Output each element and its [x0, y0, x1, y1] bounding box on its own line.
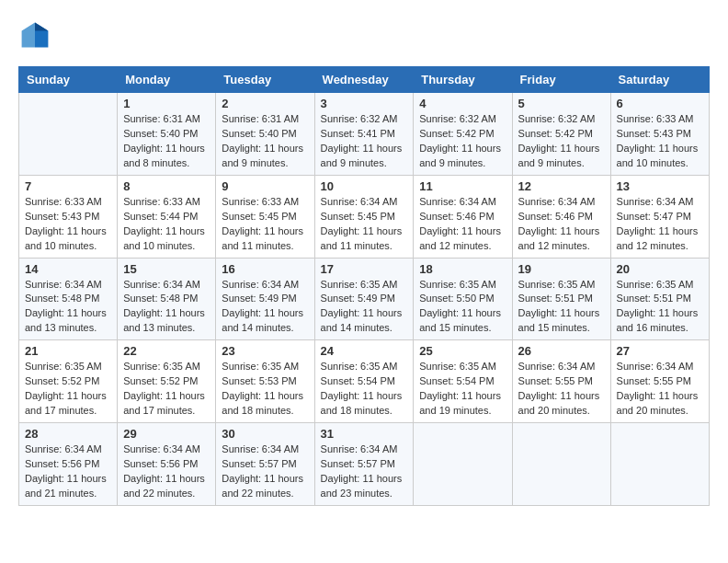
day-info: Sunrise: 6:33 AM Sunset: 5:43 PM Dayligh… — [617, 112, 703, 171]
day-info: Sunrise: 6:31 AM Sunset: 5:40 PM Dayligh… — [222, 112, 308, 171]
day-number: 7 — [25, 179, 111, 193]
day-number: 1 — [123, 97, 210, 110]
day-info: Sunrise: 6:35 AM Sunset: 5:54 PM Dayligh… — [419, 360, 506, 419]
calendar-cell: 18Sunrise: 6:35 AM Sunset: 5:50 PM Dayli… — [414, 258, 512, 340]
day-info: Sunrise: 6:34 AM Sunset: 5:55 PM Dayligh… — [518, 360, 605, 419]
calendar-cell: 6Sunrise: 6:33 AM Sunset: 5:43 PM Daylig… — [610, 93, 709, 176]
day-info: Sunrise: 6:34 AM Sunset: 5:49 PM Dayligh… — [222, 278, 308, 337]
column-header-tuesday: Tuesday — [216, 67, 314, 93]
calendar-cell: 19Sunrise: 6:35 AM Sunset: 5:51 PM Dayli… — [512, 258, 610, 340]
logo-icon — [18, 18, 51, 52]
calendar-cell: 13Sunrise: 6:34 AM Sunset: 5:47 PM Dayli… — [610, 175, 709, 258]
calendar-cell: 16Sunrise: 6:34 AM Sunset: 5:49 PM Dayli… — [216, 258, 314, 340]
day-number: 9 — [222, 179, 308, 193]
day-number: 13 — [617, 179, 703, 193]
day-number: 24 — [321, 344, 408, 358]
calendar-cell: 14Sunrise: 6:34 AM Sunset: 5:48 PM Dayli… — [19, 258, 118, 340]
day-number: 28 — [25, 427, 111, 441]
calendar-cell: 5Sunrise: 6:32 AM Sunset: 5:42 PM Daylig… — [512, 93, 610, 176]
day-info: Sunrise: 6:34 AM Sunset: 5:56 PM Dayligh… — [25, 442, 111, 501]
calendar-cell — [19, 93, 118, 176]
day-number: 2 — [222, 97, 308, 110]
column-header-monday: Monday — [118, 67, 216, 93]
calendar-cell: 21Sunrise: 6:35 AM Sunset: 5:52 PM Dayli… — [19, 340, 118, 423]
day-info: Sunrise: 6:32 AM Sunset: 5:42 PM Dayligh… — [518, 112, 605, 171]
day-number: 16 — [222, 262, 308, 276]
day-info: Sunrise: 6:34 AM Sunset: 5:46 PM Dayligh… — [419, 195, 506, 254]
day-number: 11 — [419, 179, 506, 193]
day-info: Sunrise: 6:34 AM Sunset: 5:55 PM Dayligh… — [617, 360, 703, 419]
day-number: 18 — [419, 262, 506, 276]
calendar-cell — [610, 423, 709, 506]
calendar-cell: 31Sunrise: 6:34 AM Sunset: 5:57 PM Dayli… — [314, 423, 414, 506]
svg-marker-2 — [35, 23, 48, 31]
day-number: 4 — [419, 97, 506, 110]
calendar-cell: 9Sunrise: 6:33 AM Sunset: 5:45 PM Daylig… — [216, 175, 314, 258]
day-info: Sunrise: 6:32 AM Sunset: 5:42 PM Dayligh… — [419, 112, 506, 171]
day-info: Sunrise: 6:33 AM Sunset: 5:45 PM Dayligh… — [222, 195, 308, 254]
day-info: Sunrise: 6:35 AM Sunset: 5:51 PM Dayligh… — [617, 278, 703, 337]
page-header — [18, 18, 710, 52]
day-info: Sunrise: 6:35 AM Sunset: 5:49 PM Dayligh… — [321, 278, 408, 337]
calendar-week-3: 14Sunrise: 6:34 AM Sunset: 5:48 PM Dayli… — [19, 258, 710, 340]
day-number: 8 — [123, 179, 210, 193]
calendar-cell: 28Sunrise: 6:34 AM Sunset: 5:56 PM Dayli… — [19, 423, 118, 506]
calendar-table: SundayMondayTuesdayWednesdayThursdayFrid… — [18, 66, 710, 506]
calendar-week-4: 21Sunrise: 6:35 AM Sunset: 5:52 PM Dayli… — [19, 340, 710, 423]
day-number: 26 — [518, 344, 605, 358]
day-number: 12 — [518, 179, 605, 193]
day-info: Sunrise: 6:33 AM Sunset: 5:43 PM Dayligh… — [25, 195, 111, 254]
day-number: 3 — [321, 97, 408, 110]
day-info: Sunrise: 6:35 AM Sunset: 5:53 PM Dayligh… — [222, 360, 308, 419]
calendar-cell: 3Sunrise: 6:32 AM Sunset: 5:41 PM Daylig… — [314, 93, 414, 176]
calendar-cell: 4Sunrise: 6:32 AM Sunset: 5:42 PM Daylig… — [414, 93, 512, 176]
day-info: Sunrise: 6:34 AM Sunset: 5:57 PM Dayligh… — [321, 442, 408, 501]
day-info: Sunrise: 6:31 AM Sunset: 5:40 PM Dayligh… — [123, 112, 210, 171]
calendar-week-1: 1Sunrise: 6:31 AM Sunset: 5:40 PM Daylig… — [19, 93, 710, 176]
svg-marker-1 — [22, 23, 35, 48]
calendar-week-2: 7Sunrise: 6:33 AM Sunset: 5:43 PM Daylig… — [19, 175, 710, 258]
day-info: Sunrise: 6:34 AM Sunset: 5:57 PM Dayligh… — [222, 442, 308, 501]
column-header-sunday: Sunday — [19, 67, 118, 93]
calendar-cell: 23Sunrise: 6:35 AM Sunset: 5:53 PM Dayli… — [216, 340, 314, 423]
calendar-cell: 26Sunrise: 6:34 AM Sunset: 5:55 PM Dayli… — [512, 340, 610, 423]
day-number: 29 — [123, 427, 210, 441]
calendar-week-5: 28Sunrise: 6:34 AM Sunset: 5:56 PM Dayli… — [19, 423, 710, 506]
day-number: 15 — [123, 262, 210, 276]
calendar-cell: 29Sunrise: 6:34 AM Sunset: 5:56 PM Dayli… — [118, 423, 216, 506]
day-info: Sunrise: 6:35 AM Sunset: 5:51 PM Dayligh… — [518, 278, 605, 337]
calendar-cell: 7Sunrise: 6:33 AM Sunset: 5:43 PM Daylig… — [19, 175, 118, 258]
calendar-cell: 1Sunrise: 6:31 AM Sunset: 5:40 PM Daylig… — [118, 93, 216, 176]
calendar-cell: 17Sunrise: 6:35 AM Sunset: 5:49 PM Dayli… — [314, 258, 414, 340]
calendar-cell — [414, 423, 512, 506]
calendar-cell: 8Sunrise: 6:33 AM Sunset: 5:44 PM Daylig… — [118, 175, 216, 258]
day-info: Sunrise: 6:34 AM Sunset: 5:48 PM Dayligh… — [123, 278, 210, 337]
day-number: 14 — [25, 262, 111, 276]
day-info: Sunrise: 6:34 AM Sunset: 5:56 PM Dayligh… — [123, 442, 210, 501]
calendar-body: 1Sunrise: 6:31 AM Sunset: 5:40 PM Daylig… — [19, 93, 710, 506]
calendar-cell: 22Sunrise: 6:35 AM Sunset: 5:52 PM Dayli… — [118, 340, 216, 423]
day-number: 21 — [25, 344, 111, 358]
day-info: Sunrise: 6:35 AM Sunset: 5:50 PM Dayligh… — [419, 278, 506, 337]
day-number: 23 — [222, 344, 308, 358]
calendar-cell: 10Sunrise: 6:34 AM Sunset: 5:45 PM Dayli… — [314, 175, 414, 258]
day-number: 22 — [123, 344, 210, 358]
calendar-cell: 15Sunrise: 6:34 AM Sunset: 5:48 PM Dayli… — [118, 258, 216, 340]
day-number: 31 — [321, 427, 408, 441]
day-number: 5 — [518, 97, 605, 110]
logo — [18, 18, 55, 52]
day-info: Sunrise: 6:35 AM Sunset: 5:52 PM Dayligh… — [25, 360, 111, 419]
calendar-cell: 30Sunrise: 6:34 AM Sunset: 5:57 PM Dayli… — [216, 423, 314, 506]
calendar-cell: 24Sunrise: 6:35 AM Sunset: 5:54 PM Dayli… — [314, 340, 414, 423]
day-number: 6 — [617, 97, 703, 110]
calendar-cell: 27Sunrise: 6:34 AM Sunset: 5:55 PM Dayli… — [610, 340, 709, 423]
column-header-thursday: Thursday — [414, 67, 512, 93]
calendar-cell: 20Sunrise: 6:35 AM Sunset: 5:51 PM Dayli… — [610, 258, 709, 340]
day-info: Sunrise: 6:34 AM Sunset: 5:47 PM Dayligh… — [617, 195, 703, 254]
column-header-wednesday: Wednesday — [314, 67, 414, 93]
calendar-cell — [512, 423, 610, 506]
day-info: Sunrise: 6:33 AM Sunset: 5:44 PM Dayligh… — [123, 195, 210, 254]
calendar-cell: 25Sunrise: 6:35 AM Sunset: 5:54 PM Dayli… — [414, 340, 512, 423]
day-number: 10 — [321, 179, 408, 193]
day-number: 27 — [617, 344, 703, 358]
